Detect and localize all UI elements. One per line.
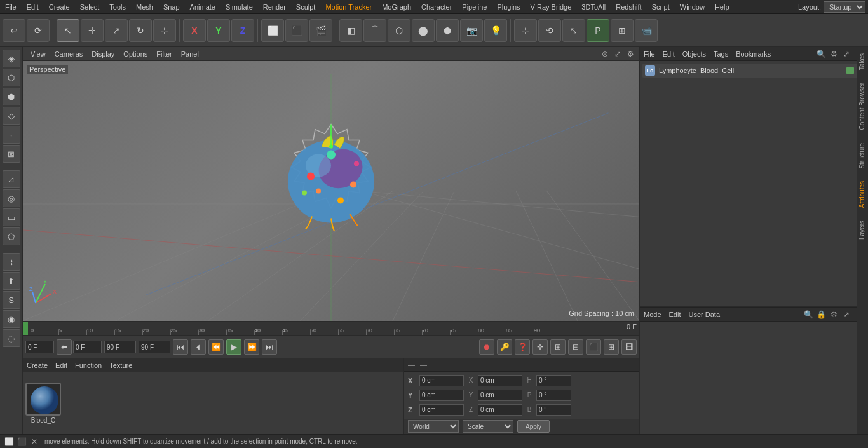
world-select[interactable]: World [408, 420, 459, 433]
me-edit-menu[interactable]: Edit [55, 362, 67, 369]
me-create-menu[interactable]: Create [27, 362, 48, 369]
menu-edit[interactable]: Edit [22, 2, 44, 12]
timeline-panel-button[interactable]: ⊟ [568, 339, 583, 355]
status-viewport-icon[interactable]: ⬜ [4, 437, 14, 447]
sculpt-smooth-button[interactable]: ◌ [3, 329, 20, 347]
viewport-lock-icon[interactable]: ⊙ [600, 49, 610, 59]
apply-button[interactable]: Apply [517, 420, 550, 433]
frame-start-button[interactable]: ⬅ [57, 339, 72, 355]
step-forward-button[interactable]: ⏩ [244, 339, 259, 355]
om-tags-menu[interactable]: Tags [714, 50, 728, 58]
menu-animate[interactable]: Animate [185, 2, 220, 12]
undo-button[interactable]: ↩ [3, 19, 25, 42]
render-settings-button[interactable]: ⬛ [285, 19, 308, 42]
coords-y-input[interactable] [419, 390, 464, 401]
menu-3dtoall[interactable]: 3DToAll [576, 2, 611, 12]
snap-grid-button[interactable]: ⊞ [611, 19, 634, 42]
am-settings-icon[interactable]: ⚙ [829, 309, 839, 320]
coords-p-input[interactable] [536, 390, 571, 401]
x-axis-button[interactable]: X [183, 19, 206, 42]
scale-select[interactable]: Scale [463, 420, 513, 433]
coords-b-input[interactable] [536, 404, 571, 416]
cell-3d-object[interactable] [261, 118, 401, 251]
menu-vray[interactable]: V-Ray Bridge [526, 2, 577, 12]
am-lock-icon[interactable]: 🔒 [816, 309, 826, 320]
snap-rotate-button[interactable]: ⟲ [538, 19, 561, 42]
transform-button[interactable]: ⊹ [153, 19, 176, 42]
play-back-button[interactable]: ⏪ [208, 339, 224, 355]
menu-snap[interactable]: Snap [158, 2, 185, 12]
snap-camera-button[interactable]: 📹 [635, 19, 658, 42]
material-item[interactable]: Blood_C [25, 383, 61, 424]
bridge-button[interactable]: S [3, 291, 20, 309]
vp-menu-options[interactable]: Options [119, 49, 151, 59]
play-forward-button[interactable]: ▶ [226, 339, 241, 355]
am-expand-icon[interactable]: ⤢ [841, 309, 851, 320]
om-objects-menu[interactable]: Objects [682, 50, 706, 58]
y-axis-button[interactable]: Y [207, 19, 230, 42]
menu-pipeline[interactable]: Pipeline [457, 2, 492, 12]
structure-tab[interactable]: Structure [857, 137, 868, 175]
z-axis-button[interactable]: Z [231, 19, 254, 42]
keyframe-button[interactable]: ❓ [515, 339, 530, 355]
snap-move-button[interactable]: ⊹ [514, 19, 537, 42]
rect-select-button[interactable]: ▭ [3, 208, 20, 226]
am-mode-menu[interactable]: Mode [644, 311, 661, 318]
preview-end-input[interactable] [139, 341, 170, 353]
snap-scale-button[interactable]: ⤡ [562, 19, 585, 42]
material-thumbnail[interactable] [25, 383, 61, 416]
coords-z2-input[interactable] [478, 404, 522, 416]
viewport-expand-icon[interactable]: ⤢ [613, 49, 623, 59]
takes-tab[interactable]: Takes [857, 47, 868, 76]
om-edit-menu[interactable]: Edit [663, 50, 675, 58]
vp-menu-view[interactable]: View [27, 49, 50, 59]
goto-start-button[interactable]: ⏮ [173, 339, 188, 355]
edge-mode-button[interactable]: ◇ [3, 107, 20, 125]
menu-mesh[interactable]: Mesh [131, 2, 158, 12]
render-view-button[interactable]: ⬜ [261, 19, 284, 42]
current-frame-input[interactable] [25, 341, 54, 353]
menu-sculpt[interactable]: Sculpt [291, 2, 321, 12]
timeline-ruler[interactable]: 051015202530354045505560657075808590 0 F [23, 322, 639, 336]
dope-sheet-button[interactable]: ⊞ [550, 339, 566, 355]
om-settings-icon[interactable]: ⚙ [829, 49, 839, 59]
viewport-settings-icon[interactable]: ⚙ [625, 49, 635, 59]
vp-menu-display[interactable]: Display [88, 49, 118, 59]
menu-motion-tracker[interactable]: Motion Tracker [320, 2, 377, 12]
cube-button[interactable]: ◧ [339, 19, 362, 42]
object-list-item[interactable]: Lo Lymphocyte_Blood_Cell [642, 64, 865, 78]
am-edit-menu[interactable]: Edit [669, 311, 681, 318]
timeline-more-button[interactable]: ⊞ [604, 339, 619, 355]
move-button[interactable]: ✛ [81, 19, 104, 42]
timeline-film-button[interactable]: 🎞 [621, 339, 637, 355]
coords-x2-input[interactable] [478, 375, 522, 386]
menu-script[interactable]: Script [647, 2, 675, 12]
vp-menu-filter[interactable]: Filter [153, 49, 175, 59]
step-back-button[interactable]: ⏴ [191, 339, 206, 355]
menu-create[interactable]: Create [44, 2, 75, 12]
menu-mograph[interactable]: MoGraph [377, 2, 416, 12]
timeline-toggle-button[interactable]: ⬛ [586, 339, 601, 355]
menu-file[interactable]: File [0, 2, 22, 12]
om-file-menu[interactable]: File [644, 50, 655, 58]
coords-h-input[interactable] [536, 375, 571, 386]
render-to-picture-button[interactable]: 🎬 [309, 19, 332, 42]
attributes-tab[interactable]: Attributes [857, 175, 868, 214]
goto-end-button[interactable]: ⏭ [262, 339, 277, 355]
menu-tools[interactable]: Tools [104, 2, 131, 12]
layers-tab[interactable]: Layers [857, 214, 868, 246]
coords-z-input[interactable] [419, 404, 464, 416]
record-button[interactable]: ⏺ [479, 339, 494, 355]
viewport-canvas[interactable]: Perspective Grid Spacing : 10 cm X Y Z [23, 61, 639, 321]
extrude-button[interactable]: ⬆ [3, 272, 20, 290]
end-frame-input[interactable] [104, 341, 136, 353]
object-color-dot[interactable] [846, 67, 854, 74]
status-timeline-icon[interactable]: ⬛ [17, 437, 27, 447]
menu-select[interactable]: Select [75, 2, 105, 12]
menu-character[interactable]: Character [416, 2, 457, 12]
live-select-button[interactable]: ◎ [3, 189, 20, 207]
coords-x-input[interactable] [419, 375, 464, 386]
light-button[interactable]: 💡 [484, 19, 507, 42]
snap-settings-button[interactable]: P [587, 19, 609, 42]
vp-menu-cameras[interactable]: Cameras [51, 49, 87, 59]
